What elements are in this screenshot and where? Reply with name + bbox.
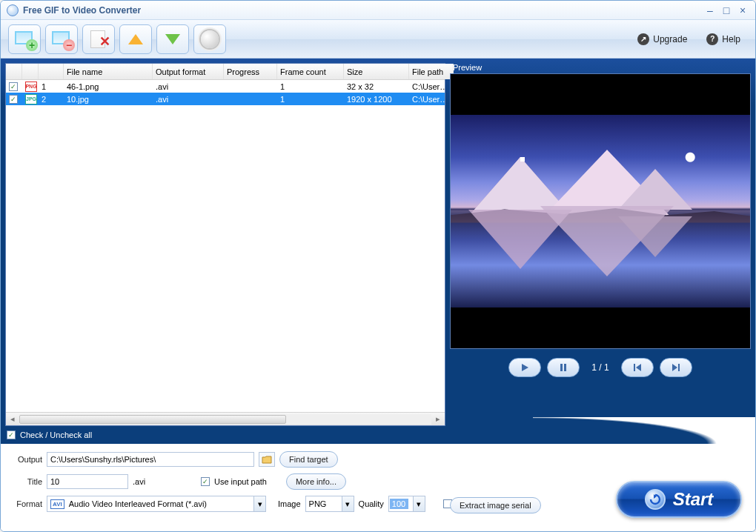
upgrade-button[interactable]: ↗ Upgrade [630, 31, 694, 47]
svg-rect-3 [678, 364, 680, 371]
chevron-down-icon: ▾ [253, 496, 265, 511]
close-button[interactable]: × [735, 4, 751, 16]
col-index[interactable] [39, 64, 64, 79]
col-check[interactable] [6, 64, 22, 79]
scroll-right-icon[interactable]: ▸ [431, 414, 445, 424]
col-filename[interactable]: File name [64, 64, 153, 79]
quality-value: 100 [390, 499, 408, 509]
play-button[interactable] [508, 358, 541, 377]
output-path-input[interactable] [47, 452, 254, 467]
col-framecount[interactable]: Frame count [277, 64, 344, 79]
row-size: 1920 x 1200 [344, 95, 409, 104]
scroll-left-icon[interactable]: ◂ [6, 414, 19, 424]
preview-image [451, 115, 750, 307]
file-panel: File name Output format Progress Frame c… [5, 63, 445, 439]
file-list-header: File name Output format Progress Frame c… [6, 64, 445, 80]
prev-icon [633, 363, 642, 372]
format-combo[interactable]: AVI Audio Video Interleaved Format (*.av… [47, 496, 266, 512]
format-label: Format [10, 499, 42, 508]
start-button[interactable]: Start [616, 481, 742, 518]
file-type-icon: PNG [25, 82, 37, 92]
output-label: Output [10, 455, 42, 464]
settings-button[interactable] [193, 24, 226, 54]
help-icon: ? [706, 33, 718, 45]
row-filename: 10.jpg [64, 95, 153, 104]
use-input-path-checkbox[interactable]: ✓ [201, 477, 210, 486]
horizontal-scrollbar[interactable]: ◂ ▸ [6, 412, 445, 425]
clear-list-button[interactable]: ✕ [82, 24, 115, 54]
row-filepath: C:\Users\S [409, 82, 445, 91]
image-label: Image [278, 499, 301, 508]
extract-image-serial-label: Extract image serial [460, 501, 531, 510]
col-size[interactable]: Size [344, 64, 409, 79]
check-all-label: Check / Uncheck all [20, 430, 92, 439]
toolbar: + − ✕ ↗ [1, 20, 755, 59]
arrow-down-icon [162, 30, 183, 48]
table-row[interactable]: ✓JPG210.jpg.avi11920 x 1200C:\Users\S [6, 93, 445, 105]
title-label: Title [10, 477, 42, 486]
minimize-button[interactable]: – [702, 4, 718, 16]
row-format: .avi [153, 82, 224, 91]
image-value: PNG [309, 499, 337, 508]
extract-image-serial-button[interactable]: Extract image serial [450, 497, 541, 513]
find-target-button[interactable]: Find target [279, 451, 338, 468]
frame-counter: 1 / 1 [586, 362, 614, 373]
scroll-track[interactable] [19, 414, 431, 425]
help-button[interactable]: ? Help [699, 31, 748, 47]
browse-output-button[interactable] [259, 452, 275, 467]
row-filename: 46-1.png [64, 82, 153, 91]
image-combo[interactable]: PNG ▾ [305, 496, 354, 512]
remove-file-button[interactable]: − [45, 24, 78, 54]
maximize-button[interactable]: □ [718, 4, 735, 16]
chevron-down-icon: ▾ [413, 496, 425, 511]
row-framecount: 1 [277, 82, 344, 91]
upgrade-label: Upgrade [653, 34, 687, 44]
move-down-button[interactable] [156, 24, 189, 54]
app-icon [7, 4, 19, 16]
upgrade-icon: ↗ [637, 33, 649, 45]
add-file-button[interactable]: + [8, 24, 41, 54]
more-info-button[interactable]: More info... [286, 473, 346, 490]
app-window: Free GIF to Video Converter – □ × + − ✕ [0, 0, 756, 532]
col-filepath[interactable]: File path [409, 64, 454, 79]
add-file-icon: + [14, 30, 35, 48]
row-filepath: C:\Users\S [409, 95, 445, 104]
pause-button[interactable] [547, 358, 580, 377]
svg-rect-0 [560, 364, 563, 371]
arrow-up-icon [125, 30, 146, 48]
play-icon [520, 363, 529, 372]
svg-rect-1 [564, 364, 566, 371]
move-up-button[interactable] [119, 24, 152, 54]
next-frame-button[interactable] [660, 358, 692, 377]
quality-label: Quality [359, 499, 384, 508]
pause-icon [559, 363, 568, 372]
preview-area [450, 73, 751, 349]
title-input[interactable] [47, 474, 128, 489]
use-input-path-label: Use input path [214, 477, 267, 486]
gear-icon [199, 30, 220, 48]
window-title: Free GIF to Video Converter [23, 5, 141, 16]
titlebar: Free GIF to Video Converter – □ × [1, 1, 755, 20]
col-progress[interactable]: Progress [224, 64, 277, 79]
svg-rect-2 [634, 364, 635, 371]
scroll-thumb[interactable] [19, 415, 286, 424]
col-icon[interactable] [22, 64, 39, 79]
prev-frame-button[interactable] [621, 358, 654, 377]
preview-controls: 1 / 1 [450, 349, 751, 377]
quality-combo[interactable]: 100 ▾ [388, 496, 425, 512]
row-checkbox[interactable]: ✓ [9, 82, 18, 91]
table-row[interactable]: ✓PNG146-1.png.avi132 x 32C:\Users\S [6, 80, 445, 93]
find-target-label: Find target [289, 455, 328, 464]
row-checkbox[interactable]: ✓ [9, 95, 18, 104]
chevron-down-icon: ▾ [342, 496, 354, 511]
row-framecount: 1 [277, 95, 344, 104]
help-label: Help [722, 34, 740, 44]
row-format: .avi [153, 95, 224, 104]
start-icon [645, 489, 666, 510]
more-info-label: More info... [296, 477, 336, 486]
check-all-row: ✓ Check / Uncheck all [5, 426, 445, 439]
col-format[interactable]: Output format [153, 64, 224, 79]
preview-panel: Preview 1 / 1 [450, 63, 751, 439]
check-all-checkbox[interactable]: ✓ [7, 430, 16, 439]
row-index: 2 [39, 95, 64, 104]
